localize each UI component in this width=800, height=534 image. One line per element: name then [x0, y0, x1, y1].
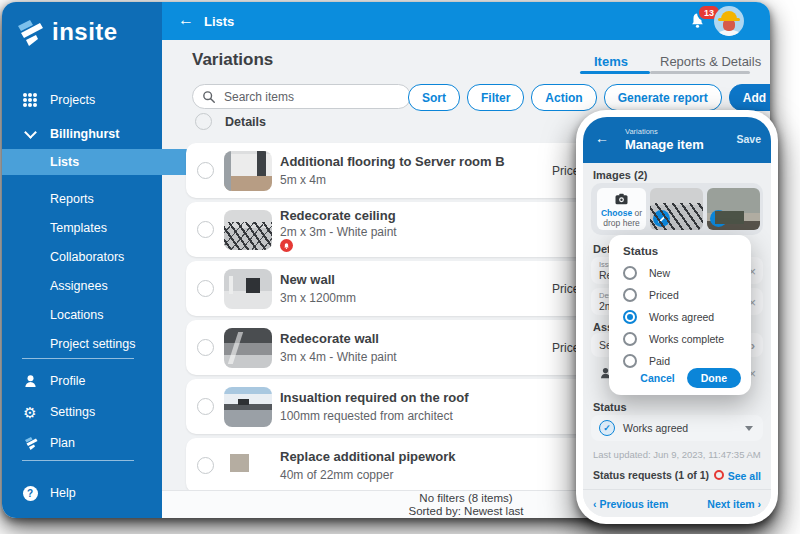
sidebar-item-help[interactable]: ? Help	[2, 480, 162, 506]
generate-report-button[interactable]: Generate report	[604, 84, 722, 111]
previous-item-button[interactable]: ‹ Previous item	[593, 498, 668, 510]
brand-logo[interactable]: insite	[14, 16, 118, 48]
radio-label: Works complete	[649, 333, 724, 345]
phone-title: Manage item	[625, 137, 704, 152]
action-button[interactable]: Action	[531, 84, 596, 111]
status-option-works-complete[interactable]: Works complete	[623, 329, 743, 349]
search-input-wrap	[192, 84, 411, 109]
chevron-right-icon: ›	[758, 498, 762, 510]
projects-grid-icon	[22, 93, 38, 107]
back-arrow-icon[interactable]: ←	[178, 11, 194, 29]
filter-button[interactable]: Filter	[467, 84, 524, 111]
toolbar: Sort Filter Action Generate report Add i…	[408, 84, 770, 111]
sidebar-item-label: Plan	[50, 436, 75, 450]
edit-image-button[interactable]	[710, 210, 727, 227]
done-button[interactable]: Done	[687, 368, 741, 388]
topbar-title: Lists	[204, 14, 234, 29]
status-modal: Status New Priced Works agreed Works com…	[609, 235, 751, 395]
row-checkbox[interactable]	[197, 280, 214, 297]
sidebar-item-label: Assignees	[50, 279, 108, 293]
phone-header: ← Variations Manage item Save	[583, 117, 771, 163]
chevron-right-icon[interactable]: ›	[751, 338, 755, 353]
phone-breadcrumb: Variations	[625, 127, 658, 136]
next-item-button[interactable]: Next item ›	[707, 498, 761, 510]
radio-icon[interactable]	[623, 332, 637, 346]
sidebar-item-plan[interactable]: Plan	[2, 430, 162, 456]
sidebar-item-templates[interactable]: Templates	[2, 215, 210, 241]
sort-button[interactable]: Sort	[408, 84, 460, 111]
radio-label: Paid	[649, 355, 670, 367]
radio-icon[interactable]	[623, 266, 637, 280]
pencil-icon	[714, 214, 723, 223]
item-title: Redecorate wall	[280, 331, 379, 346]
status-option-priced[interactable]: Priced	[623, 285, 743, 305]
sidebar-item-projects[interactable]: Projects	[2, 87, 162, 113]
user-avatar[interactable]	[714, 6, 744, 36]
sidebar-item-locations[interactable]: Locations	[2, 302, 210, 328]
item-subtitle: 40m of 22mm copper	[280, 468, 393, 482]
sidebar-item-reports[interactable]: Reports	[2, 186, 210, 212]
sidebar-item-assignees[interactable]: Assignees	[2, 273, 210, 299]
item-title: Additional flooring to Server room B	[280, 154, 505, 169]
tab-items[interactable]: Items	[594, 54, 628, 69]
radio-selected-icon[interactable]	[623, 310, 637, 324]
item-title: Replace additional pipework	[280, 449, 456, 464]
status-dropdown[interactable]: ✓ Works agreed	[591, 415, 763, 441]
image-thumbnail[interactable]	[650, 188, 703, 230]
item-title: Insualtion required on the roof	[280, 390, 469, 405]
camera-icon	[614, 193, 629, 205]
sidebar-item-label: Project settings	[50, 337, 135, 351]
chevron-down-icon	[22, 131, 38, 137]
row-checkbox[interactable]	[197, 339, 214, 356]
back-arrow-icon[interactable]: ←	[595, 130, 609, 146]
sidebar-divider	[22, 460, 134, 461]
modal-actions: Cancel Done	[640, 368, 741, 388]
sidebar-divider	[22, 358, 134, 359]
avatar-hardhat-brim	[718, 18, 740, 21]
cancel-button[interactable]: Cancel	[640, 372, 674, 384]
tab-reports-details[interactable]: Reports & Details	[660, 54, 761, 69]
caret-down-icon	[745, 426, 753, 431]
search-input[interactable]	[222, 89, 386, 105]
phone-mockup: ← Variations Manage item Save Images (2)…	[576, 110, 778, 524]
row-checkbox[interactable]	[197, 398, 214, 415]
sidebar-item-label: Settings	[50, 405, 95, 419]
radio-icon[interactable]	[623, 288, 637, 302]
notifications-button[interactable]: 13	[689, 11, 706, 34]
save-button[interactable]: Save	[736, 133, 761, 145]
pencil-icon	[657, 214, 666, 223]
item-title: Redecorate ceiling	[280, 208, 396, 223]
select-all-checkbox[interactable]	[195, 113, 212, 130]
sidebar-item-billinghurst[interactable]: Billinghurst	[2, 121, 162, 147]
choose-image-dropzone[interactable]: Choose ordrop here	[597, 188, 646, 230]
choose-link[interactable]: Choose	[601, 208, 632, 218]
radio-icon[interactable]	[623, 354, 637, 368]
edit-image-button[interactable]	[653, 210, 670, 227]
sidebar-item-lists[interactable]: Lists	[2, 149, 200, 175]
sidebar-item-settings[interactable]: ⚙ Settings	[2, 399, 162, 425]
sidebar-item-label: Lists	[50, 155, 79, 169]
status-requests-row: Status requests (1 of 1)	[593, 469, 724, 481]
person-icon	[22, 373, 38, 389]
modal-title: Status	[623, 245, 658, 257]
sidebar-item-collaborators[interactable]: Collaborators	[2, 244, 210, 270]
row-checkbox[interactable]	[197, 221, 214, 238]
avatar-face	[723, 20, 735, 31]
sidebar-item-label: Projects	[50, 93, 95, 107]
images-section-label: Images (2)	[593, 169, 647, 181]
search-icon	[202, 90, 216, 104]
image-thumbnail[interactable]	[707, 188, 760, 230]
see-all-link[interactable]: See all	[728, 470, 761, 482]
item-photo-thumbnail	[224, 446, 272, 486]
sidebar-item-project-settings[interactable]: Project settings	[2, 331, 210, 357]
radio-label: New	[649, 267, 670, 279]
row-checkbox[interactable]	[197, 162, 214, 179]
sidebar-item-profile[interactable]: Profile	[2, 368, 162, 394]
add-items-button[interactable]: Add items	[729, 84, 770, 111]
status-option-new[interactable]: New	[623, 263, 743, 283]
row-checkbox[interactable]	[197, 457, 214, 474]
last-updated-text: Last updated: Jun 9, 2023, 11:47:35 AM	[593, 449, 761, 460]
gear-icon: ⚙	[22, 405, 38, 420]
item-photo-thumbnail	[224, 328, 272, 368]
status-option-works-agreed[interactable]: Works agreed	[623, 307, 743, 327]
